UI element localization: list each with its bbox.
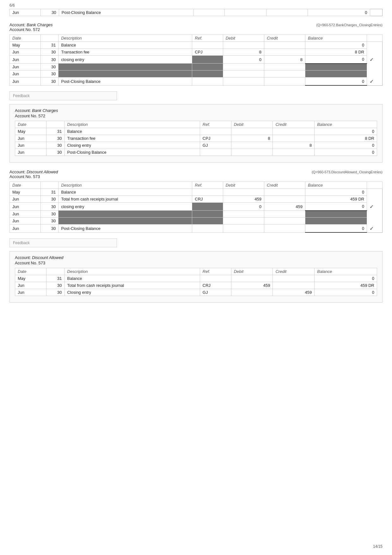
row-ref: GJ	[200, 289, 231, 296]
bank-charges-feedback: Feedback	[9, 91, 117, 100]
row-month: May	[10, 42, 41, 49]
row-credit: 8	[273, 142, 315, 149]
row-ref	[200, 128, 231, 135]
ath-ref-1: Ref.	[200, 121, 231, 128]
row-check	[367, 196, 383, 203]
table-row: Jun30	[10, 71, 383, 77]
row-credit	[273, 128, 315, 135]
th-balance-1: Balance	[305, 35, 367, 42]
discount-allowed-header: Account: Discount Allowed Account No. 57…	[9, 170, 58, 179]
row-check	[367, 42, 383, 49]
row-description: Balance	[64, 128, 200, 135]
row-ref	[200, 275, 231, 282]
row-day: 30	[40, 203, 58, 211]
row-description	[58, 218, 192, 225]
top-pcb-row: Jun 30 Post-Closing Balance 0	[10, 9, 383, 16]
th-desc-1: Description	[58, 35, 192, 42]
row-debit[interactable]: 0	[223, 56, 264, 64]
row-credit	[264, 218, 305, 225]
discount-allowed-section: Account: Discount Allowed Account No. 57…	[9, 170, 383, 233]
top-pcb-space	[370, 9, 382, 16]
row-credit	[273, 135, 315, 142]
row-balance: 0	[315, 149, 377, 156]
top-pcb-description: Post-Closing Balance	[59, 9, 193, 16]
row-month: Jun	[10, 203, 41, 211]
th-credit-2: Credit	[264, 182, 305, 189]
row-debit	[223, 211, 264, 218]
row-debit: 8	[231, 135, 273, 142]
row-ref	[192, 42, 223, 49]
row-debit[interactable]: 0	[223, 203, 264, 211]
table-row: Jun30	[10, 211, 383, 218]
top-pcb-table: Jun 30 Post-Closing Balance 0	[9, 9, 383, 16]
row-credit	[264, 49, 305, 56]
row-day: 30	[46, 149, 64, 156]
ath-balance-1: Balance	[315, 121, 377, 128]
top-pcb-month: Jun	[10, 9, 41, 16]
bank-charges-answer-header: Date Description Ref. Debit Credit Balan…	[15, 121, 377, 128]
discount-allowed-no: Account No. 573	[9, 174, 58, 179]
row-ref	[192, 189, 223, 196]
discount-allowed-header-row: Date Description Ref. Debit Credit Balan…	[10, 182, 383, 189]
discount-allowed-answer-no: Account No. 573	[15, 261, 377, 265]
row-debit: 459	[231, 282, 273, 289]
row-month: Jun	[10, 218, 41, 225]
row-credit	[264, 64, 305, 71]
row-description: Closing entry	[64, 289, 200, 296]
row-credit[interactable]: 8	[264, 56, 305, 64]
th-debit-1: Debit	[223, 35, 264, 42]
row-balance[interactable]: 0	[305, 225, 367, 233]
row-debit: 8	[223, 49, 264, 56]
row-balance[interactable]: 0	[305, 77, 367, 86]
discount-allowed-qlink: (Q=960-573.DiscountAllowed_ClosingEntrie…	[312, 170, 383, 174]
row-balance[interactable]: 0	[305, 203, 367, 211]
row-day: 31	[46, 128, 64, 135]
row-check	[367, 218, 383, 225]
bank-charges-table: Date Description Ref. Debit Credit Balan…	[9, 34, 383, 86]
row-balance: 0	[305, 189, 367, 196]
table-row: Jun30Closing entryGJ80	[15, 142, 377, 149]
row-credit[interactable]: 459	[264, 203, 305, 211]
discount-allowed-answer-section: Account: Discount Allowed Account No. 57…	[9, 251, 383, 303]
row-description	[58, 64, 192, 71]
bank-charges-header: Account: Bank Charges Account No. 572	[9, 22, 53, 32]
discount-allowed-feedback: Feedback	[9, 238, 117, 247]
ath-debit-1: Debit	[231, 121, 273, 128]
top-pcb-day: 30	[41, 9, 59, 16]
row-month: Jun	[15, 135, 46, 142]
table-row: May31Balance0	[10, 42, 383, 49]
th-ref-2: Ref.	[192, 182, 223, 189]
row-credit	[273, 149, 315, 156]
row-debit	[223, 71, 264, 77]
row-balance	[305, 64, 367, 71]
row-credit	[264, 189, 305, 196]
row-month: May	[15, 275, 46, 282]
row-credit	[273, 275, 315, 282]
row-check: ✓	[367, 56, 383, 64]
row-credit: 459	[273, 289, 315, 296]
row-ref	[192, 56, 223, 64]
row-credit	[264, 211, 305, 218]
ath-date-2: Date	[15, 268, 46, 275]
row-day: 31	[40, 42, 58, 49]
discount-allowed-answer-table: Date Description Ref. Debit Credit Balan…	[15, 268, 377, 296]
th-day-2	[40, 182, 58, 189]
row-debit: 459	[223, 196, 264, 203]
th-balance-2: Balance	[305, 182, 367, 189]
row-description: Transaction fee	[58, 49, 192, 56]
discount-allowed-answer-header: Date Description Ref. Debit Credit Balan…	[15, 268, 377, 275]
bank-charges-no: Account No. 572	[9, 27, 53, 32]
row-balance: 0	[315, 128, 377, 135]
row-ref: CPJ	[192, 49, 223, 56]
table-row: Jun30Transaction feeCPJ88 DR	[15, 135, 377, 142]
top-pcb-debit	[225, 9, 266, 16]
table-row: Jun30Post-Closing Balance0✓	[10, 225, 383, 233]
row-description: Balance	[58, 189, 192, 196]
row-balance[interactable]: 0	[305, 56, 367, 64]
row-month: May	[10, 189, 41, 196]
row-balance: 0	[305, 42, 367, 49]
row-day: 30	[40, 211, 58, 218]
row-day: 30	[40, 77, 58, 86]
row-month: Jun	[10, 71, 41, 77]
row-day: 31	[46, 275, 64, 282]
